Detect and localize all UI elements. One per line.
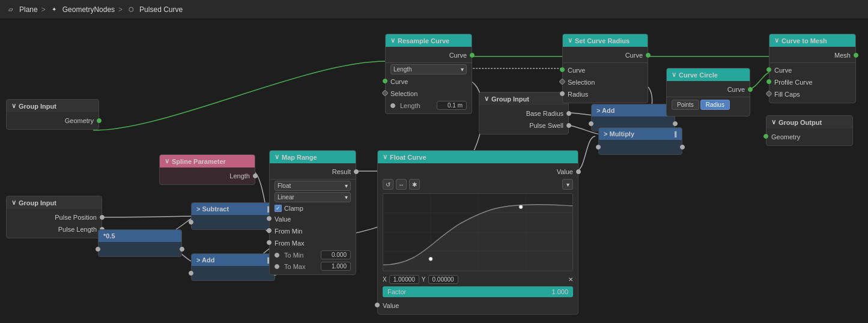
- pulse-swell-socket: [566, 123, 571, 128]
- subtract-header: > Subtract ‖: [192, 203, 275, 215]
- ctm-header: ∨ Curve to Mesh: [769, 34, 855, 47]
- group-input-radius-node: ∨ Group Input Base Radius Pulse Swell: [479, 92, 569, 134]
- group-input-pulse-header: ∨ Group Input: [7, 196, 102, 209]
- multiply-05-header: *0.5: [99, 230, 181, 242]
- ctm-mesh-out: [854, 53, 858, 58]
- group-input-pulse-node: ∨ Group Input Pulse Position Pulse Lengt…: [6, 196, 102, 238]
- float-curve-chart[interactable]: [383, 193, 573, 271]
- scr-header: ∨ Set Curve Radius: [563, 34, 648, 47]
- group-output-node: ∨ Group Output Geometry: [766, 115, 853, 146]
- fc-mirror-btn[interactable]: ↔: [396, 179, 407, 190]
- group-input-radius-header: ∨ Group Input: [479, 92, 568, 105]
- geometry-nodes-icon: ✦: [49, 5, 59, 14]
- rc-mode-dropdown[interactable]: Length▾: [390, 64, 467, 74]
- map-range-header: ∨ Map Range: [270, 151, 356, 163]
- subtract-node: > Subtract ‖: [191, 202, 275, 230]
- multiply-node: > Multiply ‖: [598, 127, 682, 155]
- multiply-header: > Multiply ‖: [599, 128, 682, 140]
- add-lower-node: > Add ‖: [191, 253, 275, 281]
- cc-radius-tab[interactable]: Radius: [700, 100, 730, 110]
- multiply-05-node: *0.5: [98, 229, 182, 257]
- add-lower-header: > Add ‖: [192, 254, 275, 266]
- map-range-node: ∨ Map Range Result Float▾ Linear▾ ✓ Clam…: [269, 150, 356, 275]
- geometry-nodes-label: GeometryNodes: [62, 5, 115, 14]
- svg-point-7: [519, 205, 523, 209]
- plane-label: Plane: [19, 5, 38, 14]
- spline-param-header: ∨ Spline Parameter: [160, 155, 255, 168]
- geometry-output-row: Geometry: [7, 115, 99, 127]
- fc-handle-btn[interactable]: ✱: [409, 179, 420, 190]
- cc-header: ∨ Curve Circle: [667, 68, 750, 81]
- rc-curve-out: [470, 53, 475, 58]
- fc-value-out: [576, 169, 581, 174]
- fc-factor-bar[interactable]: Factor 1.000: [383, 286, 573, 297]
- go-header: ∨ Group Output: [766, 116, 852, 128]
- set-curve-radius-node: ∨ Set Curve Radius Curve Curve Selection…: [562, 34, 648, 103]
- group-input-geometry-header: ∨ Group Input: [7, 100, 99, 112]
- cc-curve-out: [748, 87, 753, 92]
- group-input-geometry-node: ∨ Group Input Geometry: [6, 99, 99, 130]
- pulse-position-socket: [100, 215, 105, 220]
- resample-curve-header: ∨ Resample Curve: [386, 34, 472, 47]
- geometry-socket-out: [97, 118, 102, 123]
- interp-dropdown[interactable]: Linear▾: [275, 192, 351, 202]
- node-group-icon: ⬡: [126, 5, 136, 14]
- curve-circle-node: ∨ Curve Circle Curve Points Radius: [666, 68, 750, 116]
- fc-menu-btn[interactable]: ▾: [562, 179, 573, 190]
- base-radius-socket: [566, 111, 571, 116]
- result-socket: [354, 169, 359, 174]
- plane-icon: ▱: [6, 5, 16, 14]
- cc-points-tab[interactable]: Points: [672, 100, 699, 110]
- add-math-header: > Add ‖: [592, 104, 675, 116]
- spline-parameter-node: ∨ Spline Parameter Length: [159, 154, 255, 185]
- node-group-label: Pulsed Curve: [139, 5, 183, 14]
- resample-curve-node: ∨ Resample Curve Curve Length▾ Curve Sel…: [385, 34, 472, 114]
- fc-reset-btn[interactable]: ↺: [383, 179, 393, 190]
- rc-curve-in: [383, 79, 387, 83]
- svg-point-8: [429, 257, 432, 261]
- float-curve-header: ∨ Float Curve: [378, 151, 578, 163]
- breadcrumb: ▱ Plane > ✦ GeometryNodes > ⬡ Pulsed Cur…: [6, 5, 183, 14]
- topbar: ▱ Plane > ✦ GeometryNodes > ⬡ Pulsed Cur…: [0, 0, 868, 19]
- scr-curve-out: [646, 53, 651, 58]
- node-canvas[interactable]: ∨ Group Input Geometry ∨ Group Input Pul…: [0, 19, 868, 323]
- sp-length-socket: [253, 174, 258, 178]
- clamp-checkbox[interactable]: ✓: [275, 205, 282, 212]
- type-dropdown[interactable]: Float▾: [275, 181, 351, 191]
- curve-to-mesh-node: ∨ Curve to Mesh Mesh Curve Profile Curve…: [769, 34, 856, 103]
- float-curve-node: ∨ Float Curve Value ↺ ↔ ✱ ▾: [377, 150, 578, 315]
